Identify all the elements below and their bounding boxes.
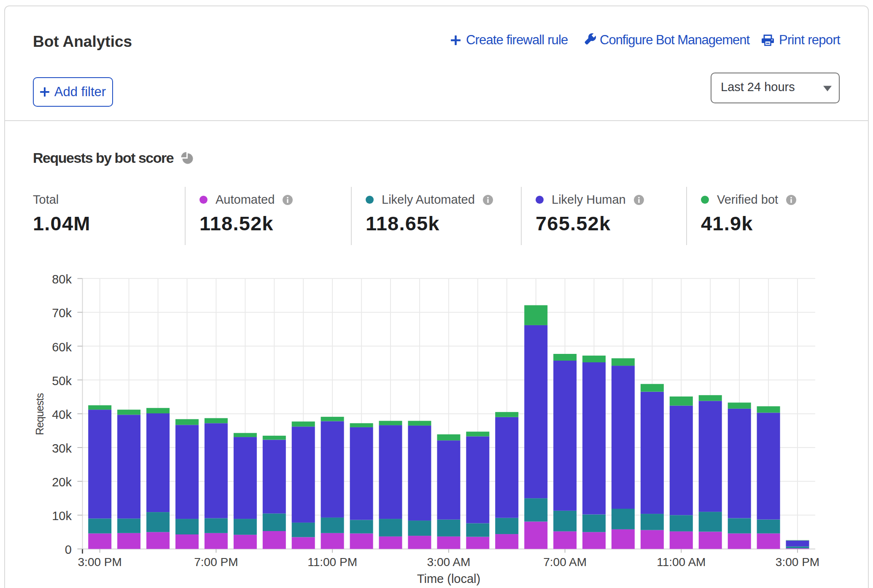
svg-text:7:00 PM: 7:00 PM xyxy=(194,556,238,569)
svg-text:50k: 50k xyxy=(52,374,72,388)
svg-text:Requests: Requests xyxy=(34,393,46,435)
svg-text:10k: 10k xyxy=(52,509,72,523)
svg-text:0: 0 xyxy=(65,543,72,556)
svg-text:40k: 40k xyxy=(52,408,72,421)
svg-text:7:00 AM: 7:00 AM xyxy=(543,556,587,569)
svg-text:30k: 30k xyxy=(52,442,72,455)
svg-text:20k: 20k xyxy=(52,475,72,489)
svg-text:3:00 PM: 3:00 PM xyxy=(776,556,819,569)
svg-text:Time (local): Time (local) xyxy=(417,572,480,585)
svg-text:3:00 PM: 3:00 PM xyxy=(78,556,122,569)
svg-text:60k: 60k xyxy=(52,340,72,354)
svg-text:3:00 AM: 3:00 AM xyxy=(427,556,471,569)
svg-text:11:00 PM: 11:00 PM xyxy=(307,556,357,569)
svg-text:11:00 AM: 11:00 AM xyxy=(657,556,706,569)
svg-text:80k: 80k xyxy=(52,272,72,286)
svg-text:70k: 70k xyxy=(52,306,72,320)
